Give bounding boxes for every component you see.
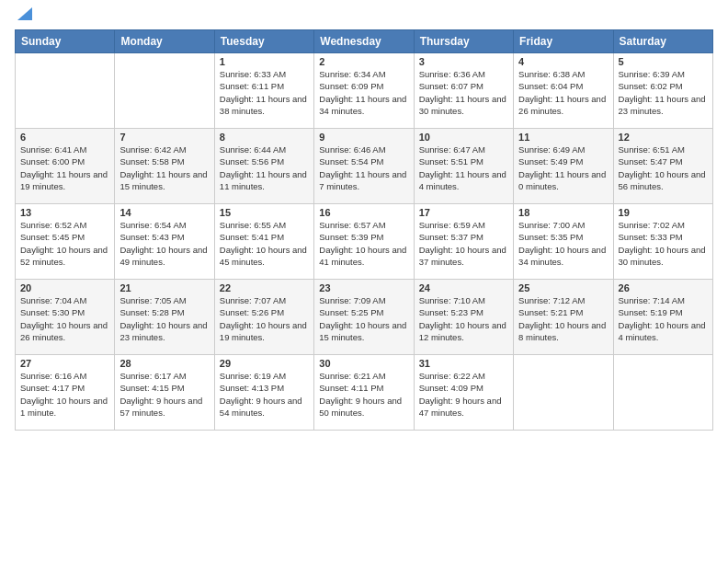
page-header: [15, 9, 713, 22]
day-number: 11: [518, 132, 608, 143]
day-number: 27: [20, 358, 109, 369]
calendar-week-row: 20Sunrise: 7:04 AM Sunset: 5:30 PM Dayli…: [16, 280, 713, 355]
day-info: Sunrise: 6:22 AM Sunset: 4:09 PM Dayligh…: [419, 370, 508, 419]
day-number: 31: [419, 358, 508, 369]
day-number: 3: [419, 56, 508, 67]
day-info: Sunrise: 7:10 AM Sunset: 5:23 PM Dayligh…: [419, 294, 508, 343]
calendar-cell: 21Sunrise: 7:05 AM Sunset: 5:28 PM Dayli…: [115, 280, 214, 355]
calendar-cell: 31Sunrise: 6:22 AM Sunset: 4:09 PM Dayli…: [414, 355, 513, 431]
day-info: Sunrise: 6:17 AM Sunset: 4:15 PM Dayligh…: [119, 370, 209, 419]
day-number: 28: [119, 358, 209, 369]
logo: [15, 9, 32, 22]
calendar-cell: 1Sunrise: 6:33 AM Sunset: 6:11 PM Daylig…: [214, 53, 313, 129]
day-info: Sunrise: 6:46 AM Sunset: 5:54 PM Dayligh…: [319, 144, 408, 192]
day-number: 25: [518, 282, 608, 293]
calendar-cell: 11Sunrise: 6:49 AM Sunset: 5:49 PM Dayli…: [514, 129, 613, 204]
calendar-table: SundayMondayTuesdayWednesdayThursdayFrid…: [15, 29, 713, 431]
day-number: 16: [319, 207, 408, 218]
calendar-cell: 19Sunrise: 7:02 AM Sunset: 5:33 PM Dayli…: [613, 204, 712, 280]
day-info: Sunrise: 7:04 AM Sunset: 5:30 PM Dayligh…: [20, 294, 109, 343]
day-info: Sunrise: 6:16 AM Sunset: 4:17 PM Dayligh…: [20, 370, 109, 419]
day-number: 30: [319, 358, 408, 369]
day-number: 21: [119, 282, 209, 293]
day-info: Sunrise: 6:21 AM Sunset: 4:11 PM Dayligh…: [319, 370, 408, 419]
day-info: Sunrise: 7:12 AM Sunset: 5:21 PM Dayligh…: [518, 294, 608, 343]
day-info: Sunrise: 7:02 AM Sunset: 5:33 PM Dayligh…: [619, 219, 708, 268]
calendar-cell: 29Sunrise: 6:19 AM Sunset: 4:13 PM Dayli…: [214, 355, 313, 431]
calendar-cell: 4Sunrise: 6:38 AM Sunset: 6:04 PM Daylig…: [514, 53, 613, 129]
calendar-cell: 9Sunrise: 6:46 AM Sunset: 5:54 PM Daylig…: [314, 129, 414, 204]
day-number: 2: [319, 56, 408, 67]
day-info: Sunrise: 7:05 AM Sunset: 5:28 PM Dayligh…: [119, 294, 209, 343]
day-info: Sunrise: 6:42 AM Sunset: 5:58 PM Dayligh…: [119, 144, 209, 192]
calendar-cell: 18Sunrise: 7:00 AM Sunset: 5:35 PM Dayli…: [514, 204, 613, 280]
calendar-cell: [514, 355, 613, 431]
day-info: Sunrise: 6:49 AM Sunset: 5:49 PM Dayligh…: [518, 144, 608, 192]
calendar-cell: 26Sunrise: 7:14 AM Sunset: 5:19 PM Dayli…: [613, 280, 712, 355]
col-header-thursday: Thursday: [414, 30, 513, 53]
day-number: 15: [220, 207, 309, 218]
calendar-week-row: 6Sunrise: 6:41 AM Sunset: 6:00 PM Daylig…: [16, 129, 713, 204]
day-info: Sunrise: 6:39 AM Sunset: 6:02 PM Dayligh…: [619, 68, 708, 117]
calendar-cell: 22Sunrise: 7:07 AM Sunset: 5:26 PM Dayli…: [214, 280, 313, 355]
calendar-cell: 23Sunrise: 7:09 AM Sunset: 5:25 PM Dayli…: [314, 280, 414, 355]
calendar-cell: 7Sunrise: 6:42 AM Sunset: 5:58 PM Daylig…: [115, 129, 214, 204]
calendar-week-row: 13Sunrise: 6:52 AM Sunset: 5:45 PM Dayli…: [16, 204, 713, 280]
day-info: Sunrise: 6:44 AM Sunset: 5:56 PM Dayligh…: [220, 144, 309, 192]
day-info: Sunrise: 6:59 AM Sunset: 5:37 PM Dayligh…: [419, 219, 508, 268]
day-info: Sunrise: 6:41 AM Sunset: 6:00 PM Dayligh…: [20, 144, 109, 192]
col-header-sunday: Sunday: [16, 30, 115, 53]
day-number: 26: [619, 282, 708, 293]
calendar-cell: 16Sunrise: 6:57 AM Sunset: 5:39 PM Dayli…: [314, 204, 414, 280]
day-number: 17: [419, 207, 508, 218]
day-number: 19: [619, 207, 708, 218]
calendar-cell: [115, 53, 214, 129]
logo-triangle-icon: [17, 7, 32, 20]
day-info: Sunrise: 6:19 AM Sunset: 4:13 PM Dayligh…: [220, 370, 309, 419]
calendar-cell: 6Sunrise: 6:41 AM Sunset: 6:00 PM Daylig…: [16, 129, 115, 204]
calendar-cell: 30Sunrise: 6:21 AM Sunset: 4:11 PM Dayli…: [314, 355, 414, 431]
day-info: Sunrise: 7:00 AM Sunset: 5:35 PM Dayligh…: [518, 219, 608, 268]
calendar-cell: 17Sunrise: 6:59 AM Sunset: 5:37 PM Dayli…: [414, 204, 513, 280]
day-info: Sunrise: 7:07 AM Sunset: 5:26 PM Dayligh…: [220, 294, 309, 343]
day-number: 10: [419, 132, 508, 143]
day-info: Sunrise: 6:52 AM Sunset: 5:45 PM Dayligh…: [20, 219, 109, 268]
day-number: 6: [20, 132, 109, 143]
day-number: 14: [119, 207, 209, 218]
day-number: 9: [319, 132, 408, 143]
calendar-cell: 15Sunrise: 6:55 AM Sunset: 5:41 PM Dayli…: [214, 204, 313, 280]
calendar-cell: 27Sunrise: 6:16 AM Sunset: 4:17 PM Dayli…: [16, 355, 115, 431]
day-info: Sunrise: 7:14 AM Sunset: 5:19 PM Dayligh…: [619, 294, 708, 343]
day-number: 23: [319, 282, 408, 293]
day-number: 1: [220, 56, 309, 67]
calendar-cell: 28Sunrise: 6:17 AM Sunset: 4:15 PM Dayli…: [115, 355, 214, 431]
day-number: 5: [619, 56, 708, 67]
calendar-cell: 14Sunrise: 6:54 AM Sunset: 5:43 PM Dayli…: [115, 204, 214, 280]
day-number: 24: [419, 282, 508, 293]
calendar-cell: 5Sunrise: 6:39 AM Sunset: 6:02 PM Daylig…: [613, 53, 712, 129]
calendar-header-row: SundayMondayTuesdayWednesdayThursdayFrid…: [16, 30, 713, 53]
day-number: 20: [20, 282, 109, 293]
day-number: 22: [220, 282, 309, 293]
day-info: Sunrise: 6:57 AM Sunset: 5:39 PM Dayligh…: [319, 219, 408, 268]
calendar-cell: 24Sunrise: 7:10 AM Sunset: 5:23 PM Dayli…: [414, 280, 513, 355]
day-number: 7: [119, 132, 209, 143]
calendar-week-row: 1Sunrise: 6:33 AM Sunset: 6:11 PM Daylig…: [16, 53, 713, 129]
calendar-cell: [613, 355, 712, 431]
day-info: Sunrise: 7:09 AM Sunset: 5:25 PM Dayligh…: [319, 294, 408, 343]
day-info: Sunrise: 6:34 AM Sunset: 6:09 PM Dayligh…: [319, 68, 408, 117]
calendar-cell: 20Sunrise: 7:04 AM Sunset: 5:30 PM Dayli…: [16, 280, 115, 355]
svg-marker-0: [17, 7, 32, 20]
day-info: Sunrise: 6:33 AM Sunset: 6:11 PM Dayligh…: [220, 68, 309, 117]
calendar-week-row: 27Sunrise: 6:16 AM Sunset: 4:17 PM Dayli…: [16, 355, 713, 431]
day-info: Sunrise: 6:47 AM Sunset: 5:51 PM Dayligh…: [419, 144, 508, 192]
day-number: 12: [619, 132, 708, 143]
calendar-cell: 8Sunrise: 6:44 AM Sunset: 5:56 PM Daylig…: [214, 129, 313, 204]
day-info: Sunrise: 6:55 AM Sunset: 5:41 PM Dayligh…: [220, 219, 309, 268]
col-header-monday: Monday: [115, 30, 214, 53]
calendar-cell: 2Sunrise: 6:34 AM Sunset: 6:09 PM Daylig…: [314, 53, 414, 129]
day-number: 8: [220, 132, 309, 143]
col-header-wednesday: Wednesday: [314, 30, 414, 53]
col-header-saturday: Saturday: [613, 30, 712, 53]
col-header-tuesday: Tuesday: [214, 30, 313, 53]
